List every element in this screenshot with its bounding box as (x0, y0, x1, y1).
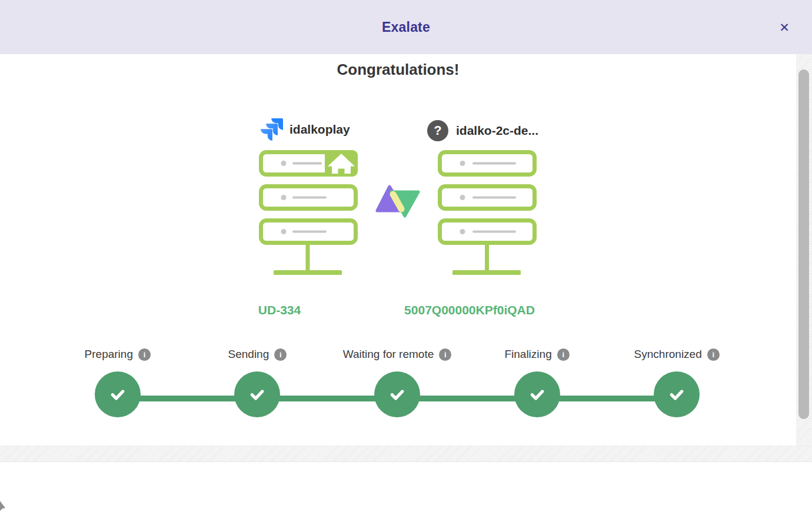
progress-step-synchronized: Synchronized i (607, 347, 747, 427)
check-icon (528, 386, 546, 403)
modal-body: Congratulations! idalkoplay ? idalko-2c-… (0, 54, 796, 446)
progress-step-waiting-for-remote: Waiting for remote i (327, 347, 467, 427)
modal-header: Exalate ✕ (0, 0, 812, 54)
page-background-bottom (0, 446, 812, 462)
progress-step-sending: Sending i (188, 347, 328, 427)
step-circle-done (514, 371, 560, 417)
info-icon[interactable]: i (138, 348, 151, 361)
right-issue-key-link[interactable]: 5007Q00000KPf0iQAD (381, 303, 558, 317)
page: Exalate ✕ Congratulations! idalkoplay (0, 0, 812, 518)
exalate-logo (375, 184, 422, 220)
right-platform-name: idalko-2c-de... (456, 124, 538, 138)
check-icon (109, 386, 127, 403)
step-label-row: Waiting for remote i (343, 347, 452, 362)
step-label: Waiting for remote (343, 348, 434, 361)
close-icon: ✕ (779, 21, 790, 35)
step-label-row: Preparing i (85, 347, 151, 362)
info-icon[interactable]: i (439, 348, 451, 361)
question-icon: ? (427, 120, 448, 141)
left-server-illustration (259, 150, 358, 277)
progress-step-finalizing: Finalizing i (467, 347, 607, 427)
question-glyph: ? (434, 123, 441, 138)
step-label: Finalizing (504, 348, 551, 361)
check-icon (388, 386, 406, 403)
close-button[interactable]: ✕ (774, 18, 794, 38)
scrollbar-thumb[interactable] (798, 69, 809, 419)
step-circle-done (234, 371, 280, 417)
left-platform-header: idalkoplay (261, 117, 350, 142)
left-platform-name: idalkoplay (289, 122, 350, 137)
step-circle-done (95, 371, 141, 417)
step-circle-done (374, 371, 420, 417)
right-server-illustration (438, 150, 537, 277)
step-label: Synchronized (634, 348, 702, 361)
progress-tracker: Preparing i Sending i (48, 347, 747, 427)
congratulations-heading: Congratulations! (0, 61, 796, 79)
step-label-row: Sending i (228, 347, 287, 362)
step-circle-done (654, 371, 700, 417)
step-label: Preparing (85, 348, 133, 361)
info-icon[interactable]: i (274, 348, 287, 361)
right-platform-header: ? idalko-2c-de... (427, 119, 538, 142)
mouse-cursor (0, 501, 7, 512)
jira-icon (261, 118, 283, 141)
progress-step-preparing: Preparing i (48, 347, 188, 427)
modal-title: Exalate (0, 0, 812, 54)
check-icon (248, 386, 266, 403)
left-issue-key-link[interactable]: UD-334 (221, 303, 338, 317)
step-label-row: Finalizing i (504, 347, 569, 362)
info-icon[interactable]: i (557, 348, 570, 361)
info-icon[interactable]: i (707, 348, 720, 361)
step-label: Sending (228, 348, 269, 361)
step-label-row: Synchronized i (634, 347, 720, 362)
check-icon (668, 386, 685, 403)
